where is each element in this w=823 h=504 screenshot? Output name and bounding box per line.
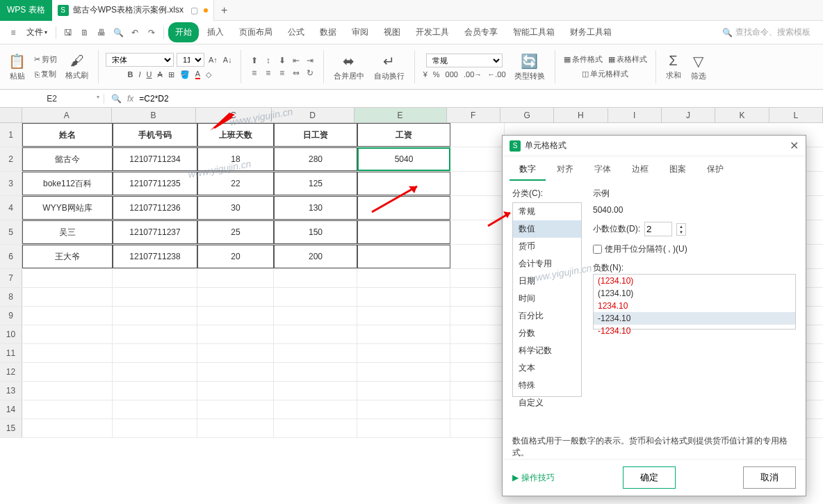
select-all-corner[interactable] [0,108,22,122]
tab-number[interactable]: 数字 [510,159,546,181]
category-item-numeric[interactable]: 数值 [513,220,581,238]
cell[interactable] [450,196,505,220]
border-button[interactable]: ⊞ [167,69,176,81]
category-item[interactable]: 分数 [513,325,581,342]
cell[interactable] [22,363,113,381]
cell[interactable]: 上班天数 [197,123,274,147]
italic-button[interactable]: I [137,69,142,80]
cell[interactable] [450,344,505,362]
col-header-i[interactable]: I [608,108,662,122]
row-header[interactable]: 13 [0,382,22,400]
tab-pattern[interactable]: 图案 [660,159,696,181]
category-item[interactable]: 日期 [513,273,581,290]
merge-center-button[interactable]: ⬌合并居中 [331,51,367,83]
cell-style-button[interactable]: ◫单元格样式 [580,67,630,81]
cell[interactable] [113,344,197,362]
close-icon[interactable]: ✕ [790,139,799,152]
ok-button[interactable]: 确定 [623,466,676,489]
align-middle-icon[interactable]: ↕ [262,55,275,66]
cell[interactable] [274,400,357,418]
cell[interactable] [450,382,505,400]
cell-selected[interactable]: 5040 [357,147,450,171]
negative-item[interactable]: (1234.10) [594,287,795,300]
negative-item[interactable]: 1234.10 [594,300,795,312]
comma-icon[interactable]: 000 [444,69,459,80]
cell[interactable] [274,307,357,325]
cell[interactable]: 工资 [357,123,450,147]
cell[interactable] [357,307,450,325]
cell[interactable] [197,269,274,287]
row-header[interactable]: 11 [0,344,22,362]
menu-tab-review[interactable]: 审阅 [345,22,375,42]
cell[interactable]: 30 [197,196,274,220]
align-left-icon[interactable]: ≡ [248,67,261,79]
category-list[interactable]: 常规 数值 货币 会计专用 日期 时间 百分比 分数 科学记数 文本 特殊 自定… [512,202,582,397]
cell[interactable]: 12107711238 [113,245,197,268]
hamburger-icon[interactable]: ≡ [6,25,21,40]
cell[interactable] [450,419,505,437]
row-header[interactable]: 4 [0,196,22,220]
cell[interactable] [197,400,274,418]
cell[interactable]: 吴三 [22,220,113,244]
format-painter-button[interactable]: 🖌格式刷 [63,51,91,82]
new-tab-button[interactable]: + [214,4,234,17]
strike-button[interactable]: A [156,69,163,80]
menu-tab-insert[interactable]: 插入 [200,22,231,42]
cell[interactable]: 130 [274,196,357,220]
cell[interactable] [113,307,197,325]
cell[interactable] [450,147,505,171]
tab-protect[interactable]: 保护 [697,159,733,181]
cell[interactable] [450,269,505,287]
cell[interactable]: 王大爷 [22,245,113,268]
cell[interactable]: 姓名 [22,123,113,147]
cell[interactable] [450,172,505,195]
cell[interactable] [357,363,450,381]
tab-border[interactable]: 边框 [622,159,658,181]
category-item[interactable]: 特殊 [513,377,581,394]
decimal-spinner[interactable]: ▲▼ [676,223,686,236]
filter-button[interactable]: ▽筛选 [688,51,709,83]
command-search[interactable]: 🔍 查找命令、搜索模板 [715,26,817,38]
dialog-titlebar[interactable]: S 单元格格式 ✕ [503,136,806,156]
save-icon[interactable]: 🖫 [60,25,76,40]
type-convert-button[interactable]: 🔄类型转换 [512,51,548,83]
cell[interactable] [197,288,274,306]
cell[interactable] [22,400,113,418]
row-header[interactable]: 5 [0,220,22,244]
cell[interactable] [357,245,450,268]
cell[interactable] [357,288,450,306]
increase-font-icon[interactable]: A↑ [207,54,219,65]
decrease-decimal-icon[interactable]: ←.00 [486,69,507,80]
cell[interactable]: 125 [274,172,357,195]
category-item[interactable]: 自定义 [513,394,581,412]
file-menu[interactable]: 文件 [22,24,51,41]
menu-tab-finance[interactable]: 财务工具箱 [563,22,619,42]
cell[interactable]: 12107711237 [113,220,197,244]
phonetic-button[interactable]: ◇ [204,69,213,81]
col-header-g[interactable]: G [500,108,554,122]
cell[interactable] [357,220,450,244]
menu-tab-dev[interactable]: 开发工具 [409,22,456,42]
cell[interactable] [357,325,450,343]
cell[interactable] [357,382,450,400]
cell[interactable] [197,419,274,437]
decrease-font-icon[interactable]: A↓ [222,54,234,65]
redo-icon[interactable]: ↷ [144,25,159,40]
cell[interactable] [450,400,505,418]
file-tab[interactable]: S 懿古今WPS表格演示案例.xlsx ▢ [52,0,214,21]
col-header-f[interactable]: F [447,108,500,122]
menu-tab-vip[interactable]: 会员专享 [457,22,505,42]
cell[interactable] [450,288,505,306]
cell[interactable] [22,382,113,400]
cell[interactable]: 懿古今 [22,147,113,171]
cell[interactable] [22,344,113,362]
category-item[interactable]: 时间 [513,290,581,307]
menu-tab-layout[interactable]: 页面布局 [232,22,279,42]
cell[interactable] [274,344,357,362]
negative-item[interactable]: (1234.10) [594,275,795,287]
cell[interactable] [450,307,505,325]
cell[interactable] [197,307,274,325]
cell[interactable] [22,269,113,287]
print-preview-icon[interactable]: 🔍 [111,25,126,40]
cell[interactable] [357,344,450,362]
